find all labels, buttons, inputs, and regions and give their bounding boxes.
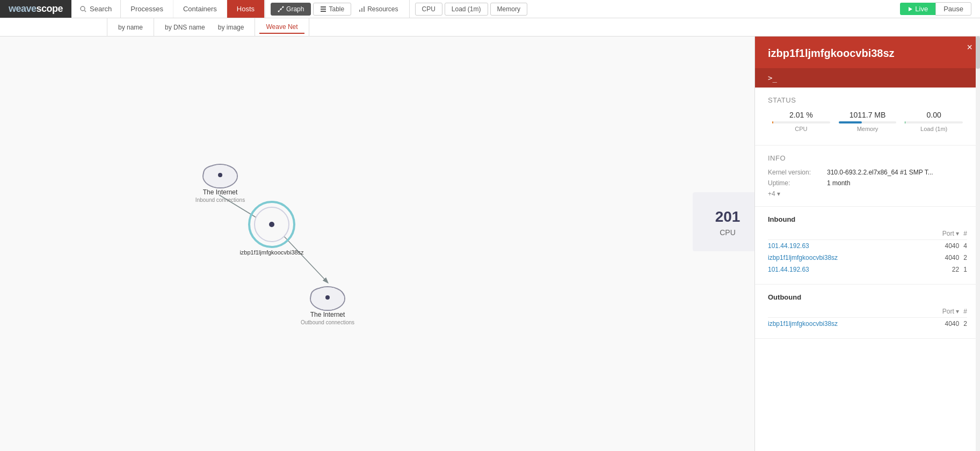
node-internet-inbound[interactable]: The Internet Inbound connections: [195, 164, 245, 203]
nav-item-containers[interactable]: Containers: [173, 0, 227, 18]
metric-load-bar-wrap: [905, 121, 963, 123]
subnav-containers: by DNS name by image: [154, 18, 255, 36]
svg-point-20: [218, 173, 222, 177]
metric-load-value: 0.00: [901, 111, 967, 119]
metric-memory-bar-wrap: [839, 121, 897, 123]
resources-icon: [359, 6, 365, 12]
inbound-row-0: 101.44.192.63 4040 4: [768, 240, 967, 252]
metric-cpu-label: CPU: [422, 5, 435, 13]
subnav-by-name[interactable]: by name: [112, 21, 149, 33]
metric-cpu-button[interactable]: CPU: [415, 3, 442, 16]
svg-line-6: [281, 7, 283, 9]
subnav-weave-net-label: Weave Net: [266, 23, 297, 31]
svg-text:201: 201: [715, 208, 741, 225]
logo: weavescope: [0, 0, 71, 18]
svg-text:The Internet: The Internet: [310, 311, 345, 318]
live-button[interactable]: Live: [900, 3, 935, 15]
metric-item-load: 0.00 Load (1m): [901, 111, 967, 132]
inbound-link-0[interactable]: 101.44.192.63: [768, 242, 809, 250]
metric-load-button[interactable]: Load (1m): [445, 3, 488, 16]
info-row-uptime: Uptime: 1 month: [768, 179, 967, 187]
inbound-row-1: izbp1f1ljmfgkoocvbi38sz 4040 2: [768, 252, 967, 264]
detail-body[interactable]: Status 2.01 % CPU 1011.7 MB: [755, 88, 980, 451]
inbound-port-1: 4040: [922, 252, 959, 264]
subnav-hosts: Weave Net: [255, 18, 309, 36]
more-info-link[interactable]: +4 ▾: [768, 190, 967, 198]
detail-panel: izbp1f1ljmfgkoocvbi38sz × >_ Status 2.01…: [754, 37, 980, 451]
info-key-kernel: Kernel version:: [768, 169, 827, 176]
metric-memory-label: Memory: [834, 126, 901, 132]
logo-scope: scope: [37, 3, 63, 14]
inbound-section: Inbound Port ▾ #: [755, 207, 980, 285]
metric-memory-value: 1011.7 MB: [834, 111, 901, 119]
outbound-col-port: Port ▾: [922, 305, 959, 318]
inbound-addr-2: 101.44.192.63: [768, 264, 922, 275]
resources-label: Resources: [367, 5, 398, 13]
subnav-by-image[interactable]: by image: [212, 21, 251, 33]
metric-item-cpu: 2.01 % CPU: [768, 111, 834, 132]
metric-cpu-bar-wrap: [772, 121, 830, 123]
inbound-link-2[interactable]: 101.44.192.63: [768, 266, 809, 273]
svg-point-32: [326, 289, 343, 301]
svg-text:The Internet: The Internet: [203, 188, 238, 196]
outbound-port-0: 4040: [922, 318, 959, 330]
svg-point-33: [325, 295, 330, 300]
resources-button[interactable]: Resources: [352, 3, 404, 15]
metric-memory-label: Memory: [497, 5, 520, 13]
view-graph-button[interactable]: Graph: [271, 3, 311, 16]
inbound-addr-1: izbp1f1ljmfgkoocvbi38sz: [768, 252, 922, 264]
metric-item-memory: 1011.7 MB Memory: [834, 111, 901, 132]
detail-terminal[interactable]: >_: [755, 68, 980, 88]
info-key-uptime: Uptime:: [768, 179, 827, 187]
inbound-count-0: 4: [959, 240, 967, 252]
nav-item-hosts[interactable]: Hosts: [227, 0, 265, 18]
outbound-table: Port ▾ # izbp1f1ljmfgkoocvbi38sz 4040: [768, 305, 967, 330]
svg-line-5: [279, 9, 281, 11]
search-area[interactable]: Search: [71, 0, 121, 18]
svg-rect-11: [361, 8, 362, 12]
nav-item-processes[interactable]: Processes: [121, 0, 173, 18]
subnav-by-dns[interactable]: by DNS name: [158, 21, 212, 33]
svg-text:Inbound connections: Inbound connections: [195, 197, 245, 203]
metric-cpu-label: CPU: [768, 126, 834, 132]
status-section: Status 2.01 % CPU 1011.7 MB: [755, 88, 980, 146]
edge-outbound: [282, 234, 328, 282]
metric-cpu-bar: [772, 121, 773, 123]
outbound-link-0[interactable]: izbp1f1ljmfgkoocvbi38sz: [768, 320, 838, 328]
graph-area[interactable]: The Internet Inbound connections izbp1f1…: [0, 37, 754, 451]
detail-header: izbp1f1ljmfgkoocvbi38sz ×: [755, 37, 980, 68]
inbound-title: Inbound: [768, 215, 967, 223]
metric-load-label: Load (1m): [901, 126, 967, 132]
scrollbar-thumb[interactable]: [976, 37, 980, 69]
subnav-by-name-label: by name: [118, 24, 143, 31]
outbound-col-address: [768, 305, 922, 318]
inbound-col-port: Port ▾: [922, 228, 959, 240]
scrollbar-track[interactable]: [976, 37, 980, 451]
outbound-addr-0: izbp1f1ljmfgkoocvbi38sz: [768, 318, 922, 330]
info-val-kernel: 310.0-693.2.2.el7x86_64 #1 SMP T...: [827, 169, 967, 176]
inbound-port-2: 22: [922, 264, 959, 275]
svg-text:Outbound connections: Outbound connections: [301, 319, 354, 325]
nav-processes-label: Processes: [130, 5, 163, 13]
view-table-button[interactable]: Table: [313, 3, 351, 16]
metric-load-label: Load (1m): [452, 5, 481, 13]
main-header: weavescope Search Processes Containers H…: [0, 0, 980, 18]
inbound-link-1[interactable]: izbp1f1ljmfgkoocvbi38sz: [768, 254, 838, 261]
view-table-label: Table: [329, 5, 344, 13]
metric-memory-button[interactable]: Memory: [490, 3, 527, 16]
outbound-section: Outbound Port ▾ #: [755, 285, 980, 339]
cpu-indicator: 201 CPU: [693, 192, 754, 251]
detail-close-button[interactable]: ×: [967, 42, 972, 53]
subnav-by-image-label: by image: [218, 24, 244, 31]
svg-point-0: [81, 6, 85, 11]
svg-text:CPU: CPU: [720, 228, 736, 237]
pause-button[interactable]: Pause: [935, 2, 971, 16]
subnav-weave-net[interactable]: Weave Net: [259, 21, 304, 34]
pause-label: Pause: [943, 5, 963, 13]
svg-point-19: [219, 167, 235, 179]
subnav: by name by DNS name by image Weave Net: [0, 18, 980, 37]
svg-rect-12: [364, 6, 365, 12]
inbound-col-count: #: [959, 228, 967, 240]
node-internet-outbound[interactable]: The Internet Outbound connections: [301, 287, 354, 325]
outbound-title: Outbound: [768, 293, 967, 301]
